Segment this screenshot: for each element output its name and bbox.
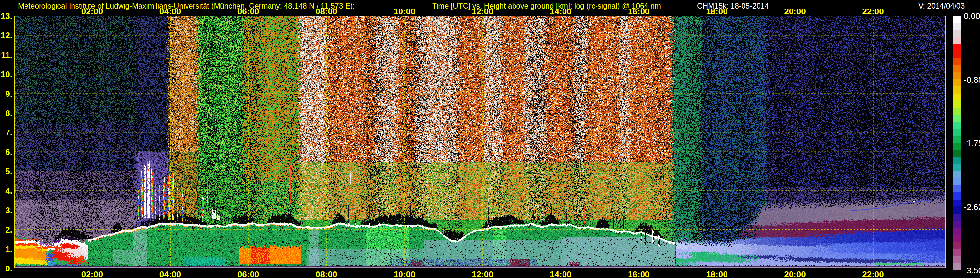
colorbar-segment bbox=[953, 249, 961, 256]
colorbar-segment bbox=[953, 150, 961, 157]
colorbar-segment bbox=[953, 16, 961, 23]
y-tick: 3. bbox=[0, 205, 13, 216]
colorbar-segment bbox=[953, 178, 961, 185]
x-tick-bottom: 18:00 bbox=[697, 270, 736, 278]
colorbar-segment bbox=[953, 79, 961, 86]
x-tick-bottom: 08:00 bbox=[307, 270, 346, 278]
x-tick-top: 08:00 bbox=[307, 6, 346, 17]
x-tick-top: 22:00 bbox=[853, 6, 892, 17]
colorbar-segment bbox=[953, 171, 961, 178]
y-tick: 5. bbox=[0, 166, 13, 177]
version-label: V: 2014/04/03 bbox=[918, 2, 965, 10]
colorbar-segment bbox=[953, 44, 961, 51]
y-tick: 2. bbox=[0, 225, 13, 235]
colorbar-segment bbox=[953, 157, 961, 164]
x-tick-bottom: 20:00 bbox=[775, 270, 815, 278]
x-tick-top: 18:00 bbox=[697, 6, 736, 17]
x-tick-bottom: 22:00 bbox=[853, 270, 892, 278]
heatmap-canvas bbox=[14, 16, 946, 268]
y-tick: 7. bbox=[0, 128, 13, 138]
colorbar-tick-label: -0.88 bbox=[964, 75, 980, 85]
colorbar-segment bbox=[953, 121, 961, 129]
colorbar-segment bbox=[953, 164, 961, 171]
colorbar-segment bbox=[953, 58, 961, 66]
colorbar-segment bbox=[953, 37, 961, 44]
x-tick-bottom: 04:00 bbox=[151, 270, 190, 278]
y-tick: 12. bbox=[0, 30, 13, 40]
colorbar-tick-label: 0.00 bbox=[964, 11, 980, 21]
colorbar-segment bbox=[953, 86, 961, 94]
y-tick: 8. bbox=[0, 108, 13, 118]
colorbar-tick-label: -1.75 bbox=[964, 138, 980, 149]
colorbar-segment bbox=[953, 192, 961, 200]
colorbar-segment bbox=[953, 221, 961, 228]
x-tick-top: 14:00 bbox=[541, 6, 580, 17]
colorbar-segment bbox=[953, 185, 961, 193]
colorbar-segment bbox=[953, 143, 961, 150]
colorbar bbox=[953, 16, 961, 270]
y-tick: 1. bbox=[0, 244, 13, 254]
x-tick-top: 10:00 bbox=[385, 6, 424, 17]
colorbar-segment bbox=[953, 72, 961, 80]
colorbar-segment bbox=[953, 23, 961, 30]
colorbar-segment bbox=[953, 129, 961, 136]
colorbar-segment bbox=[953, 242, 961, 249]
y-tick: 0. bbox=[0, 264, 13, 274]
colorbar-segment bbox=[953, 263, 961, 270]
x-tick-bottom: 10:00 bbox=[385, 270, 424, 278]
colorbar-segment bbox=[953, 115, 961, 122]
colorbar-segment bbox=[953, 101, 961, 108]
heatmap-plot bbox=[14, 16, 946, 268]
x-tick-bottom: 14:00 bbox=[541, 270, 580, 278]
x-tick-bottom: 12:00 bbox=[463, 270, 502, 278]
colorbar-segment bbox=[953, 51, 961, 58]
x-tick-bottom: 06:00 bbox=[229, 270, 268, 278]
x-tick-bottom: 02:00 bbox=[73, 270, 112, 278]
colorbar-segment bbox=[953, 65, 961, 72]
colorbar-tick-label: -2.62 bbox=[964, 202, 980, 212]
x-tick-top: 02:00 bbox=[73, 6, 112, 17]
x-tick-top: 16:00 bbox=[619, 6, 658, 17]
colorbar-segment bbox=[953, 235, 961, 242]
colorbar-segment bbox=[953, 136, 961, 143]
x-tick-top: 20:00 bbox=[775, 6, 815, 17]
y-tick: 13. bbox=[0, 11, 13, 21]
colorbar-tick-label: -3.50 bbox=[964, 265, 980, 276]
colorbar-segment bbox=[953, 108, 961, 115]
y-tick: 9. bbox=[0, 89, 13, 99]
x-tick-top: 04:00 bbox=[151, 6, 190, 17]
y-tick: 6. bbox=[0, 147, 13, 157]
colorbar-segment bbox=[953, 206, 961, 214]
x-tick-top: 06:00 bbox=[229, 6, 268, 17]
colorbar-segment bbox=[953, 30, 961, 37]
x-tick-bottom: 16:00 bbox=[619, 270, 658, 278]
y-tick: 11. bbox=[0, 50, 13, 60]
colorbar-segment bbox=[953, 214, 961, 221]
colorbar-segment bbox=[953, 256, 961, 263]
y-tick: 4. bbox=[0, 186, 13, 196]
colorbar-segment bbox=[953, 94, 961, 101]
colorbar-segment bbox=[953, 228, 961, 235]
y-tick: 10. bbox=[0, 69, 13, 80]
colorbar-segment bbox=[953, 200, 961, 207]
x-tick-top: 12:00 bbox=[463, 6, 502, 17]
